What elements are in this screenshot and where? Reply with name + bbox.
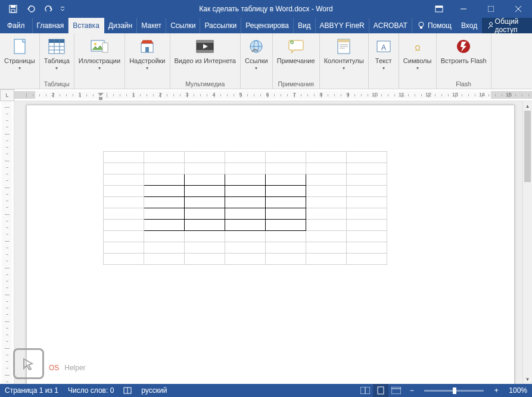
table-cell[interactable] [225, 152, 266, 163]
tab-layout[interactable]: Макет [137, 18, 166, 33]
ruler-corner[interactable]: L [0, 89, 14, 101]
zoom-level[interactable]: 100% [504, 384, 532, 397]
tab-abbyy[interactable]: ABBYY FineR [316, 18, 369, 33]
online-video-button[interactable]: Видео из Интернета [172, 36, 238, 66]
table-cell[interactable] [144, 197, 185, 208]
page-indicator[interactable]: Страница 1 из 1 [0, 384, 63, 397]
table-cell[interactable] [306, 163, 347, 174]
table-cell[interactable] [144, 186, 185, 197]
table-button[interactable]: Таблица ▾ [42, 36, 72, 72]
table-cell[interactable] [104, 163, 144, 174]
table-cell[interactable] [266, 163, 306, 174]
tab-acrobat[interactable]: ACROBAT [369, 18, 412, 33]
scrollbar-thumb[interactable] [524, 111, 531, 182]
word-count[interactable]: Число слов: 0 [63, 384, 119, 397]
table-cell[interactable] [306, 254, 347, 265]
table-cell[interactable] [225, 163, 266, 174]
table-cell[interactable] [185, 231, 225, 242]
table-cell[interactable] [104, 242, 144, 254]
table-cell[interactable] [306, 174, 347, 186]
table-cell[interactable] [347, 220, 387, 231]
tab-view[interactable]: Вид [294, 18, 316, 33]
table-cell[interactable] [104, 208, 144, 220]
table-cell[interactable] [185, 174, 225, 186]
horizontal-ruler[interactable]: 21123456789101112131415 [14, 89, 532, 101]
table-cell[interactable] [144, 208, 185, 220]
addins-button[interactable]: Надстройки ▾ [127, 36, 167, 72]
minimize-button[interactable] [450, 0, 477, 18]
flash-button[interactable]: Встроить Flash [438, 36, 489, 66]
table-cell[interactable] [306, 231, 347, 242]
tab-review[interactable]: Рецензирова [241, 18, 294, 33]
table-cell[interactable] [266, 197, 306, 208]
save-button[interactable] [5, 2, 21, 16]
pages-button[interactable]: Страницы ▾ [2, 36, 38, 72]
table-cell[interactable] [185, 186, 225, 197]
table-cell[interactable] [144, 220, 185, 231]
table-cell[interactable] [144, 231, 185, 242]
maximize-button[interactable] [477, 0, 505, 18]
zoom-in-button[interactable]: + [489, 384, 504, 397]
table-cell[interactable] [104, 231, 144, 242]
comment-button[interactable]: Примечание [275, 36, 318, 66]
table-cell[interactable] [104, 152, 144, 163]
redo-button[interactable] [41, 2, 57, 16]
page-viewport[interactable] [14, 101, 522, 384]
table-cell[interactable] [306, 186, 347, 197]
illustrations-button[interactable]: Иллюстрации ▾ [76, 36, 123, 72]
table-cell[interactable] [266, 242, 306, 254]
language-indicator[interactable]: русский [136, 384, 172, 397]
zoom-out-button[interactable]: − [404, 384, 419, 397]
table-cell[interactable] [185, 197, 225, 208]
close-button[interactable] [505, 0, 532, 18]
print-layout-button[interactable] [373, 384, 388, 397]
table-cell[interactable] [347, 163, 387, 174]
table-cell[interactable] [347, 242, 387, 254]
table-cell[interactable] [104, 254, 144, 265]
table-cell[interactable] [225, 254, 266, 265]
table-cell[interactable] [185, 242, 225, 254]
table-cell[interactable] [104, 186, 144, 197]
tab-home[interactable]: Главная [33, 18, 69, 33]
table-cell[interactable] [144, 152, 185, 163]
tab-insert[interactable]: Вставка [69, 18, 104, 33]
table-cell[interactable] [347, 186, 387, 197]
table-cell[interactable] [225, 174, 266, 186]
table-cell[interactable] [266, 186, 306, 197]
tab-mailings[interactable]: Рассылки [200, 18, 241, 33]
document-table[interactable] [103, 151, 387, 265]
table-cell[interactable] [185, 254, 225, 265]
table-cell[interactable] [266, 254, 306, 265]
scroll-up-button[interactable]: ▲ [523, 101, 532, 111]
table-cell[interactable] [185, 152, 225, 163]
table-cell[interactable] [306, 208, 347, 220]
document-page[interactable] [26, 105, 515, 384]
header-footer-button[interactable]: Колонтитулы ▾ [322, 36, 366, 72]
table-cell[interactable] [144, 174, 185, 186]
table-cell[interactable] [104, 174, 144, 186]
tab-file[interactable]: Файл [0, 18, 33, 33]
table-cell[interactable] [144, 163, 185, 174]
table-cell[interactable] [347, 254, 387, 265]
table-cell[interactable] [347, 152, 387, 163]
table-cell[interactable] [266, 231, 306, 242]
web-layout-button[interactable] [388, 384, 404, 397]
vertical-scrollbar[interactable]: ▲ ▼ [522, 101, 532, 384]
table-cell[interactable] [185, 220, 225, 231]
table-cell[interactable] [225, 242, 266, 254]
tab-references[interactable]: Ссылки [166, 18, 200, 33]
table-cell[interactable] [104, 220, 144, 231]
table-cell[interactable] [104, 197, 144, 208]
indent-marker-icon[interactable] [98, 89, 104, 101]
table-cell[interactable] [347, 231, 387, 242]
table-cell[interactable] [144, 254, 185, 265]
table-cell[interactable] [306, 220, 347, 231]
spellcheck-button[interactable] [119, 384, 136, 397]
table-cell[interactable] [266, 220, 306, 231]
share-button[interactable]: Общий доступ [482, 18, 532, 33]
table-cell[interactable] [225, 208, 266, 220]
symbols-button[interactable]: Ω Символы ▾ [401, 36, 434, 72]
qat-customize[interactable] [58, 2, 67, 16]
table-cell[interactable] [266, 208, 306, 220]
scroll-down-button[interactable]: ▼ [523, 374, 532, 384]
